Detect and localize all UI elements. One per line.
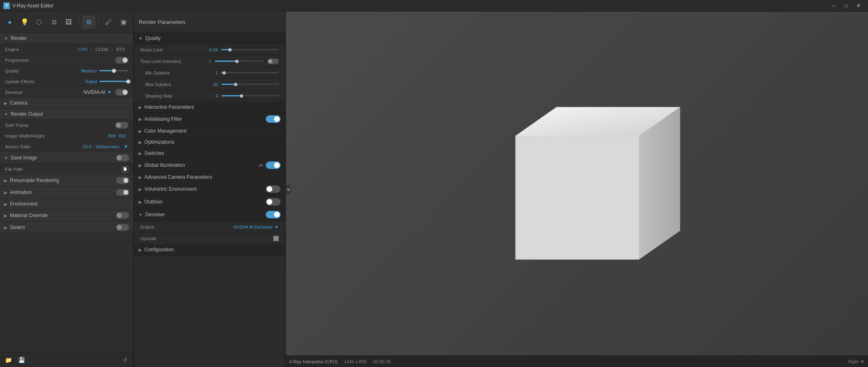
close-button[interactable]: ✕	[852, 0, 865, 12]
max-subdivs-value[interactable]: 20	[206, 82, 218, 87]
global-illum-arrow: ▶	[139, 163, 142, 168]
aspect-ratio-label: Aspect Ratio	[5, 144, 83, 149]
file-browse-icon[interactable]: 📄	[122, 166, 128, 173]
shading-rate-row: Shading Rate 6	[134, 90, 285, 102]
toolbar-divider-2	[99, 17, 99, 27]
resumable-section-header[interactable]: ▶ Resumable Rendering	[0, 175, 133, 187]
file-path-label: File Path	[5, 167, 122, 172]
view-arrow: ▼	[860, 359, 865, 364]
resumable-toggle[interactable]	[116, 177, 129, 184]
min-subdivs-slider[interactable]	[221, 72, 279, 73]
aspect-ratio-dropdown[interactable]: 16:9 - Widescreen ▼	[83, 144, 128, 150]
adv-camera-header[interactable]: ▶ Advanced Camera Parameters	[134, 172, 285, 183]
reset-icon[interactable]: ↺	[120, 355, 130, 365]
render-section-header[interactable]: ▼ Render	[0, 33, 133, 44]
noise-limit-value[interactable]: 0.04	[206, 47, 218, 52]
optimizations-header[interactable]: ▶ Optimizations	[134, 137, 285, 148]
denoiser-engine-dropdown[interactable]: NVIDIA AI Denoiser ▼	[233, 224, 279, 229]
swarm-title: Swarm	[10, 224, 25, 230]
engine-rtx[interactable]: RTX	[113, 46, 128, 53]
cube-icon[interactable]: ⬡	[33, 16, 46, 29]
time-limit-toggle[interactable]	[267, 58, 279, 64]
global-illum-toggle[interactable]	[266, 161, 281, 169]
view-item[interactable]: Right ▼	[848, 359, 865, 364]
safe-frame-label: Safe Frame	[5, 123, 115, 128]
safe-frame-toggle[interactable]	[115, 122, 128, 129]
save-image-toggle[interactable]	[116, 154, 129, 161]
noise-limit-row: Noise Limit 0.04	[134, 44, 285, 56]
swarm-section-header[interactable]: ▶ Swarm	[0, 222, 133, 234]
progressive-toggle[interactable]	[115, 57, 128, 63]
save-icon[interactable]: 💾	[16, 355, 26, 365]
progressive-label: Progressive	[5, 58, 115, 63]
denoiser-dropdown[interactable]: NVIDIA AI ▼	[84, 89, 112, 95]
shading-rate-value[interactable]: 6	[206, 94, 218, 98]
camera-section-header[interactable]: ▶ Camera	[0, 98, 133, 109]
interactive-params-title: Interactive Parameters	[144, 104, 194, 110]
render-params-header: Render Parameters	[134, 12, 285, 33]
update-effects-row: Update Effects Rapid	[0, 76, 133, 87]
left-panel: ● 💡 ⬡ ⧉ 🖼 ⚙ 🖊 ▣ ▼ Render Engine CPU	[0, 12, 134, 367]
quality-row: Quality Medium	[0, 65, 133, 76]
quality-slider[interactable]	[100, 70, 128, 71]
material-override-arrow: ▶	[4, 213, 7, 218]
min-subdivs-label: Min Subdivs	[145, 70, 206, 75]
denoiser-section-toggle[interactable]	[266, 211, 281, 218]
update-effects-slider[interactable]	[100, 81, 128, 82]
3d-box-svg	[450, 86, 705, 292]
engine-cuda[interactable]: CUDA	[92, 46, 111, 53]
material-override-section-header[interactable]: ▶ Material Override	[0, 210, 133, 222]
noise-limit-slider[interactable]	[221, 49, 279, 50]
switches-header[interactable]: ▶ Switches	[134, 148, 285, 159]
color-mgmt-header[interactable]: ▶ Color Management	[134, 126, 285, 137]
circle-icon[interactable]: ●	[3, 16, 16, 29]
color-mgmt-title: Color Management	[144, 128, 186, 134]
min-subdivs-value[interactable]: 1	[206, 70, 218, 75]
volumetric-toggle[interactable]	[266, 185, 281, 193]
image-width-value[interactable]: 800	[108, 133, 116, 138]
outlines-toggle[interactable]	[266, 198, 281, 206]
folder-icon[interactable]: 📁	[3, 355, 13, 365]
upscale-label: Upscale	[140, 236, 273, 241]
antialiasing-toggle[interactable]	[266, 115, 281, 123]
animation-section-header[interactable]: ▶ Animation	[0, 187, 133, 199]
time-limit-slider[interactable]	[215, 61, 264, 62]
save-image-section-header[interactable]: ▼ Save Image	[0, 152, 133, 164]
animation-title: Animation	[10, 189, 32, 195]
panel-collapse-arrow[interactable]: ◀	[285, 185, 290, 194]
environment-section-header[interactable]: ▶ Environment	[0, 199, 133, 210]
shading-rate-slider[interactable]	[221, 95, 279, 96]
engine-cpu[interactable]: CPU	[75, 46, 91, 53]
quality-section-header[interactable]: ▼ Quality	[134, 33, 285, 44]
layers-icon[interactable]: ⧉	[47, 16, 60, 29]
settings-icon[interactable]: ⚙	[82, 16, 95, 29]
viewport-3d	[286, 12, 868, 367]
animation-toggle[interactable]	[116, 189, 129, 196]
material-override-toggle[interactable]	[116, 212, 129, 219]
interactive-params-header[interactable]: ▶ Interactive Parameters	[134, 102, 285, 113]
time-limit-value[interactable]: 5	[203, 59, 211, 64]
denoiser-section-header[interactable]: ▼ Denoiser	[134, 208, 285, 221]
image-icon[interactable]: 🖼	[62, 16, 75, 29]
gi-settings-icon[interactable]: ⇌	[258, 162, 264, 168]
outlines-header[interactable]: ▶ Outlines	[134, 196, 285, 208]
brush-icon[interactable]: 🖊	[102, 16, 116, 29]
global-illum-header[interactable]: ▶ Global Illumination ⇌	[134, 159, 285, 172]
volumetric-header[interactable]: ▶ Volumetric Environment	[134, 183, 285, 196]
minimize-button[interactable]: ─	[828, 0, 840, 12]
swarm-toggle[interactable]	[116, 224, 129, 231]
upscale-swatch[interactable]	[273, 236, 279, 241]
denoiser-toggle[interactable]	[115, 89, 128, 96]
antialiasing-header[interactable]: ▶ Antialiasing Filter	[134, 113, 285, 126]
maximize-button[interactable]: □	[840, 0, 852, 12]
lightbulb-icon[interactable]: 💡	[18, 16, 31, 29]
max-subdivs-slider[interactable]	[221, 84, 279, 85]
render-output-section-header[interactable]: ▼ Render Output	[0, 109, 133, 120]
viewport[interactable]: V-Ray Interactive (CPU) 1445 x 858 00:00…	[286, 12, 868, 367]
configuration-header[interactable]: ▶ Configuration	[134, 244, 285, 255]
environment-arrow: ▶	[4, 202, 7, 206]
image-height-value[interactable]: 450	[118, 133, 126, 138]
monitor-icon[interactable]: ▣	[117, 16, 130, 29]
render-section-title: Render	[11, 35, 27, 41]
toolbar-divider-1	[79, 17, 79, 27]
